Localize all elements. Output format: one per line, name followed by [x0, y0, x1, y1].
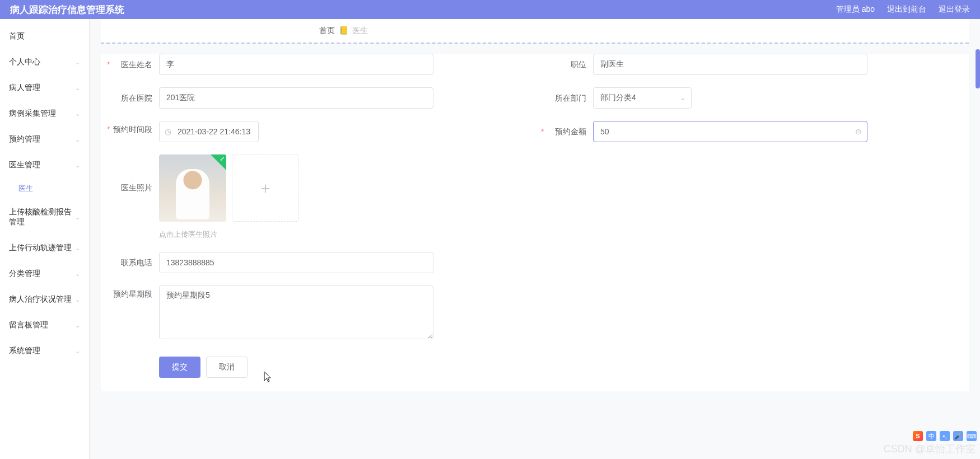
book-icon: 📒 [339, 26, 348, 35]
sidebar-item-label: 病人治疗状况管理 [9, 294, 72, 305]
clear-icon[interactable]: ⊝ [855, 127, 862, 136]
phone-input[interactable] [159, 252, 433, 273]
cancel-button[interactable]: 取消 [206, 357, 248, 378]
divider [101, 43, 969, 44]
ime-mic-icon[interactable]: 🎤 [953, 431, 963, 441]
photo-upload-button[interactable]: ＋ [232, 154, 299, 222]
department-value: 部门分类4 [600, 93, 636, 103]
chevron-down-icon: ⌄ [680, 94, 685, 102]
appoint-time-input[interactable] [159, 121, 259, 142]
check-icon [211, 154, 226, 170]
sidebar-item-label: 病例采集管理 [9, 109, 56, 119]
admin-label[interactable]: 管理员 abo [836, 4, 875, 15]
logout-link[interactable]: 退出登录 [939, 4, 970, 15]
chevron-down-icon: ⌄ [75, 245, 80, 252]
doctor-form: 医生姓名 职位 所在医院 所在部门 部门分类4 ⌄ [112, 54, 958, 378]
sidebar-item-treatment[interactable]: 病人治疗状况管理⌄ [0, 287, 89, 312]
sogou-icon[interactable]: S [913, 431, 923, 441]
sidebar-item-doctor[interactable]: 医生管理⌄ [0, 152, 89, 178]
breadcrumb: 首页 📒 医生 [101, 19, 969, 43]
sidebar-subitem-doctor[interactable]: 医生 [0, 178, 89, 199]
logout-front-link[interactable]: 退出到前台 [887, 4, 926, 15]
clock-icon: ◷ [165, 127, 171, 136]
sidebar-item-case[interactable]: 病例采集管理⌄ [0, 101, 89, 127]
appoint-fee-label: 预约金额 [546, 121, 586, 138]
sidebar-item-label: 分类管理 [9, 269, 40, 279]
phone-label: 联系电话 [112, 252, 152, 269]
person-icon [176, 169, 209, 219]
chevron-down-icon: ⌄ [75, 136, 80, 143]
sidebar-item-patient[interactable]: 病人管理⌄ [0, 75, 89, 101]
ime-taskbar: S 中 •, 🎤 ⌨ [913, 431, 977, 441]
department-select[interactable]: 部门分类4 ⌄ [593, 87, 692, 109]
chevron-down-icon: ⌄ [75, 348, 80, 355]
sidebar-item-label: 医生管理 [9, 160, 40, 170]
sidebar-item-appointment[interactable]: 预约管理⌄ [0, 127, 89, 152]
doctor-name-input[interactable] [159, 54, 433, 75]
sidebar-item-nat-report[interactable]: 上传核酸检测报告管理⌄ [0, 199, 89, 235]
sidebar: 首页 个人中心⌄ 病人管理⌄ 病例采集管理⌄ 预约管理⌄ 医生管理⌄ 医生 上传… [0, 19, 90, 459]
position-label: 职位 [546, 54, 586, 71]
chevron-down-icon: ⌄ [75, 85, 80, 92]
department-label: 所在部门 [546, 87, 586, 104]
hospital-label: 所在医院 [112, 87, 152, 104]
app-title: 病人跟踪治疗信息管理系统 [10, 3, 124, 16]
plus-icon: ＋ [258, 177, 273, 199]
sidebar-item-label: 上传核酸检测报告管理 [9, 207, 75, 227]
watermark: CSDN @卓怡工作室 [884, 442, 976, 456]
appoint-fee-input[interactable] [593, 121, 867, 142]
submit-button[interactable]: 提交 [159, 357, 200, 378]
breadcrumb-home[interactable]: 首页 [319, 26, 335, 35]
sidebar-item-label: 个人中心 [9, 57, 40, 67]
appoint-time-label: 预约时间段 [112, 121, 152, 135]
doctor-name-label: 医生姓名 [112, 54, 152, 71]
sidebar-item-category[interactable]: 分类管理⌄ [0, 261, 89, 287]
chevron-down-icon: ⌄ [75, 322, 80, 329]
chevron-down-icon: ⌄ [75, 162, 80, 169]
sidebar-item-label: 留言板管理 [9, 320, 48, 330]
topbar: 病人跟踪治疗信息管理系统 管理员 abo 退出到前台 退出登录 [0, 0, 980, 19]
chevron-down-icon: ⌄ [75, 214, 80, 221]
sidebar-item-label: 预约管理 [9, 134, 40, 144]
chevron-down-icon: ⌄ [75, 270, 80, 278]
sidebar-item-message[interactable]: 留言板管理⌄ [0, 312, 89, 338]
sidebar-item-home[interactable]: 首页 [0, 24, 89, 49]
sidebar-item-label: 系统管理 [9, 346, 40, 356]
chevron-down-icon: ⌄ [75, 296, 80, 303]
breadcrumb-current: 医生 [352, 26, 368, 35]
ime-lang-icon[interactable]: 中 [926, 431, 936, 441]
topbar-actions: 管理员 abo 退出到前台 退出登录 [836, 4, 970, 15]
sidebar-item-label: 首页 [9, 31, 25, 41]
sidebar-item-profile[interactable]: 个人中心⌄ [0, 49, 89, 75]
sidebar-item-track[interactable]: 上传行动轨迹管理⌄ [0, 235, 89, 261]
photo-hint: 点击上传医生照片 [159, 230, 958, 240]
appoint-week-textarea[interactable]: 预约星期段5 [159, 285, 433, 339]
sidebar-item-label: 上传行动轨迹管理 [9, 243, 72, 253]
sidebar-item-label: 医生 [18, 184, 33, 193]
chevron-down-icon: ⌄ [75, 59, 80, 66]
scrollbar-thumb[interactable] [976, 49, 980, 88]
sidebar-item-label: 病人管理 [9, 83, 40, 93]
appoint-week-label: 预约星期段 [112, 285, 152, 300]
photo-label: 医生照片 [112, 154, 152, 194]
hospital-input[interactable] [159, 87, 433, 109]
main-content: 首页 📒 医生 医生姓名 职位 所在医院 所在部门 [90, 19, 980, 459]
doctor-photo-thumb[interactable] [159, 154, 226, 222]
sidebar-item-system[interactable]: 系统管理⌄ [0, 338, 89, 364]
chevron-down-icon: ⌄ [75, 110, 80, 118]
ime-punct-icon[interactable]: •, [940, 431, 950, 441]
position-input[interactable] [593, 54, 867, 75]
ime-keyboard-icon[interactable]: ⌨ [967, 431, 977, 441]
